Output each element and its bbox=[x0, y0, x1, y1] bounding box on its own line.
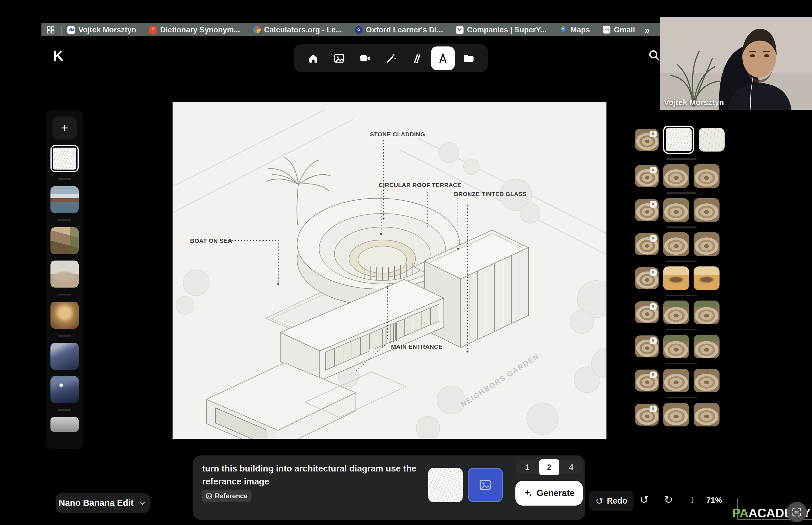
layer-thumbnail[interactable] bbox=[50, 145, 79, 172]
bookmark-item[interactable]: TDictionary Synonym... bbox=[149, 26, 240, 34]
generation-thumbnail[interactable] bbox=[635, 165, 658, 187]
toolbar-video-button[interactable] bbox=[353, 46, 377, 70]
reference-chip[interactable]: Reference bbox=[202, 490, 251, 501]
sidebar-divider bbox=[58, 220, 71, 221]
generation-thumbnail[interactable] bbox=[663, 335, 689, 358]
reference-badge-icon bbox=[650, 372, 657, 378]
generation-thumbnail[interactable] bbox=[635, 267, 658, 289]
label-circular-roof-terrace: CIRCULAR ROOF TERRACE bbox=[379, 182, 462, 188]
generation-row bbox=[635, 369, 728, 392]
toolbar-image-button[interactable] bbox=[327, 46, 351, 70]
toolbar-home-button[interactable] bbox=[301, 46, 325, 70]
undo-icon[interactable]: ↺ bbox=[637, 493, 652, 506]
canvas[interactable]: STONE CLADDING CIRCULAR ROOF TERRACE BRO… bbox=[173, 102, 607, 439]
chevron-down-icon bbox=[138, 499, 147, 507]
generation-thumbnail[interactable] bbox=[663, 369, 689, 392]
download-icon[interactable]: ↓ bbox=[684, 493, 700, 506]
bookmarks-divider bbox=[61, 26, 62, 34]
reference-badge-icon bbox=[650, 406, 657, 412]
watermark-pa: PA bbox=[732, 506, 748, 521]
generation-row bbox=[635, 232, 728, 256]
toolbar-pen-button[interactable] bbox=[405, 46, 429, 70]
layer-thumbnail[interactable] bbox=[50, 343, 79, 370]
generation-thumbnail[interactable] bbox=[663, 301, 689, 324]
zoom-level[interactable]: 71% bbox=[706, 496, 722, 505]
generation-thumbnail[interactable] bbox=[663, 232, 689, 256]
label-boat-on-sea: BOAT ON SEA bbox=[190, 237, 232, 244]
toolbar-compass-button[interactable] bbox=[431, 46, 455, 70]
generation-thumbnail[interactable] bbox=[635, 404, 658, 425]
model-selector[interactable]: Nano Banana Edit bbox=[56, 493, 150, 513]
bookmark-item[interactable]: VMVojtek Morsztyn bbox=[68, 26, 136, 34]
panel-divider bbox=[666, 397, 697, 398]
generation-thumbnail[interactable] bbox=[694, 267, 720, 290]
webcam-name-label: Vojtek Morsztyn bbox=[664, 98, 724, 107]
generation-thumbnail[interactable] bbox=[635, 301, 658, 323]
video-icon bbox=[359, 52, 371, 64]
generate-button[interactable]: Generate bbox=[516, 481, 583, 506]
bookmark-item[interactable]: Maps bbox=[560, 26, 590, 34]
image-icon bbox=[333, 52, 345, 64]
redo-icon[interactable]: ↻ bbox=[661, 493, 676, 506]
bookmark-item[interactable]: SYCompanies | SuperY... bbox=[456, 26, 547, 34]
search-icon[interactable] bbox=[647, 48, 661, 62]
generation-thumbnail[interactable] bbox=[663, 164, 689, 188]
layer-thumbnail[interactable] bbox=[50, 302, 79, 329]
panel-divider bbox=[666, 226, 697, 228]
generation-thumbnail[interactable] bbox=[635, 233, 658, 255]
prompt-input[interactable]: turn this building into architectural di… bbox=[202, 462, 417, 488]
toolbar-folder-button[interactable] bbox=[457, 46, 481, 70]
layer-thumbnail[interactable] bbox=[50, 227, 79, 254]
app-logo[interactable]: K bbox=[53, 47, 63, 64]
redo-label: Redo bbox=[607, 496, 628, 506]
generation-thumbnail[interactable] bbox=[694, 369, 720, 392]
bookmark-item[interactable]: Calculators.org - Le... bbox=[253, 26, 342, 34]
generation-thumbnail[interactable] bbox=[663, 403, 689, 426]
layer-thumbnail[interactable] bbox=[50, 376, 79, 403]
oxford-favicon: O bbox=[355, 26, 363, 34]
layers-sidebar: + bbox=[46, 109, 83, 449]
generation-thumbnail[interactable] bbox=[694, 232, 720, 256]
generation-thumbnail[interactable] bbox=[663, 267, 689, 290]
home-icon bbox=[307, 52, 319, 64]
bookmark-item[interactable]: Gmail bbox=[603, 26, 635, 34]
generation-thumbnail[interactable] bbox=[699, 128, 725, 151]
toolbar-wand-button[interactable] bbox=[379, 46, 403, 70]
sidebar-divider bbox=[58, 294, 71, 296]
generations-panel bbox=[635, 125, 728, 426]
generation-thumbnail[interactable] bbox=[694, 198, 720, 222]
generation-thumbnail[interactable] bbox=[635, 129, 658, 151]
generation-thumbnail[interactable] bbox=[635, 370, 658, 391]
add-image-button[interactable]: + bbox=[53, 117, 77, 139]
generation-thumbnail[interactable] bbox=[694, 301, 720, 324]
compass-icon bbox=[437, 52, 449, 64]
layer-thumbnail[interactable] bbox=[50, 186, 79, 213]
generation-thumbnail[interactable] bbox=[663, 198, 689, 222]
add-reference-button[interactable] bbox=[468, 468, 503, 502]
redo-button[interactable]: ↺ Redo bbox=[589, 491, 634, 511]
bookmarks-list: VMVojtek MorsztynTDictionary Synonym...C… bbox=[68, 26, 639, 34]
bookmark-item[interactable]: OOxford Learner's Di... bbox=[355, 26, 443, 34]
count-option-1[interactable]: 1 bbox=[517, 460, 537, 474]
generation-thumbnail[interactable] bbox=[635, 199, 658, 221]
label-main-entrance: MAIN ENTRANCE bbox=[391, 343, 443, 350]
calculators-favicon bbox=[253, 26, 261, 34]
count-option-2[interactable]: 2 bbox=[539, 460, 559, 475]
cursor-dot bbox=[369, 349, 374, 354]
layer-thumbnail[interactable] bbox=[50, 260, 79, 288]
label-bronze-tinted-glass: BRONZE TINTED GLASS bbox=[454, 191, 527, 197]
count-option-4[interactable]: 4 bbox=[561, 460, 581, 474]
generation-thumbnail[interactable] bbox=[694, 164, 720, 188]
reference-badge-icon bbox=[650, 269, 657, 276]
generation-thumbnail[interactable] bbox=[635, 335, 658, 357]
layer-thumbnail[interactable] bbox=[50, 417, 79, 432]
sidebar-divider bbox=[58, 335, 71, 336]
model-selector-label: Nano Banana Edit bbox=[59, 498, 133, 508]
prompt-line-2: referance image bbox=[202, 475, 417, 488]
bookmarks-overflow-chevron[interactable]: » bbox=[644, 25, 650, 35]
apps-grid-icon[interactable] bbox=[46, 25, 56, 35]
generation-thumbnail[interactable] bbox=[694, 335, 720, 358]
reference-image-thumbnail[interactable] bbox=[428, 468, 463, 502]
generation-thumbnail[interactable] bbox=[663, 125, 694, 154]
generation-thumbnail[interactable] bbox=[694, 403, 720, 426]
